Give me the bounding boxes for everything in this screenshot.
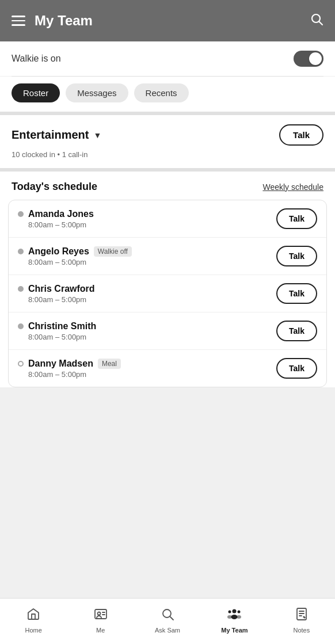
person-name-row: Chris Crawford — [18, 284, 95, 294]
weekly-schedule-link[interactable]: Weekly schedule — [262, 182, 323, 192]
person-name: Christine Smith — [28, 321, 96, 331]
person-info: Danny Madsen Meal 8:00am – 5:00pm — [18, 359, 121, 379]
person-name-row: Christine Smith — [18, 321, 96, 331]
nav-label-home: Home — [25, 627, 42, 634]
walkie-off-badge: Walkie off — [94, 246, 132, 257]
status-dot-filled — [18, 211, 24, 217]
nav-item-my-team[interactable]: My Team — [201, 607, 268, 634]
tab-roster[interactable]: Roster — [12, 83, 60, 102]
svg-point-11 — [227, 615, 232, 619]
schedule-title: Today's schedule — [12, 181, 97, 193]
nav-label-ask-sam: Ask Sam — [155, 627, 180, 634]
schedule-card: Amanda Jones 8:00am – 5:00pm Talk Angelo… — [8, 200, 327, 387]
meal-badge: Meal — [98, 359, 121, 369]
group-icon — [227, 607, 242, 624]
content-area: Walkie is on Roster Messages Recents Ent… — [0, 41, 335, 644]
person-name-row: Amanda Jones — [18, 209, 94, 219]
svg-point-10 — [229, 610, 231, 613]
table-row: Danny Madsen Meal 8:00am – 5:00pm Talk — [9, 350, 326, 387]
department-section: Entertainment ▼ Talk 10 clocked in • 1 c… — [0, 115, 335, 168]
person-info: Chris Crawford 8:00am – 5:00pm — [18, 284, 95, 304]
table-row: Chris Crawford 8:00am – 5:00pm Talk — [9, 275, 326, 313]
nav-label-me: Me — [96, 627, 105, 634]
schedule-section: Today's schedule Weekly schedule Amanda … — [0, 172, 335, 387]
tab-messages[interactable]: Messages — [66, 83, 128, 102]
department-title-group: Entertainment ▼ — [12, 128, 101, 142]
notes-icon — [295, 607, 309, 624]
walkie-toggle[interactable] — [294, 51, 323, 67]
svg-point-9 — [231, 615, 238, 619]
person-name-row: Danny Madsen Meal — [18, 359, 121, 369]
svg-point-3 — [97, 612, 100, 615]
svg-line-1 — [319, 22, 323, 25]
person-time: 8:00am – 5:00pm — [28, 258, 132, 266]
person-info: Angelo Reyes Walkie off 8:00am – 5:00pm — [18, 246, 132, 266]
talk-button-christine[interactable]: Talk — [276, 321, 317, 341]
nav-item-ask-sam[interactable]: Ask Sam — [134, 607, 201, 634]
home-icon — [26, 607, 40, 624]
svg-point-8 — [233, 609, 237, 613]
header-left: My Team — [12, 13, 93, 29]
tab-bar: Roster Messages Recents — [0, 77, 335, 112]
walkie-status-label: Walkie is on — [12, 54, 61, 64]
nav-label-my-team: My Team — [221, 627, 248, 634]
nav-label-notes: Notes — [293, 627, 310, 634]
person-card-icon — [94, 607, 108, 624]
nav-item-home[interactable]: Home — [0, 607, 67, 634]
table-row: Angelo Reyes Walkie off 8:00am – 5:00pm … — [9, 238, 326, 275]
status-dot-filled — [18, 323, 24, 329]
person-name: Danny Madsen — [28, 359, 93, 369]
person-info: Christine Smith 8:00am – 5:00pm — [18, 321, 96, 341]
person-name: Angelo Reyes — [28, 246, 89, 257]
talk-button-danny[interactable]: Talk — [276, 358, 317, 379]
department-stats: 10 clocked in • 1 call-in — [0, 150, 335, 168]
walkie-bar: Walkie is on — [0, 41, 335, 76]
department-talk-button[interactable]: Talk — [279, 124, 323, 146]
ask-sam-search-icon — [161, 607, 174, 624]
chevron-down-icon[interactable]: ▼ — [93, 131, 101, 140]
person-name: Amanda Jones — [28, 209, 94, 219]
svg-point-13 — [237, 615, 241, 619]
person-time: 8:00am – 5:00pm — [28, 333, 96, 341]
person-info: Amanda Jones 8:00am – 5:00pm — [18, 209, 94, 229]
talk-button-chris[interactable]: Talk — [276, 283, 317, 304]
person-time: 8:00am – 5:00pm — [28, 220, 94, 229]
hamburger-menu-icon[interactable] — [12, 16, 25, 26]
schedule-header: Today's schedule Weekly schedule — [0, 172, 335, 200]
nav-item-notes[interactable]: Notes — [268, 607, 335, 634]
person-name: Chris Crawford — [28, 284, 95, 294]
svg-point-12 — [238, 610, 241, 613]
table-row: Amanda Jones 8:00am – 5:00pm Talk — [9, 200, 326, 238]
person-time: 8:00am – 5:00pm — [28, 370, 121, 379]
talk-button-angelo[interactable]: Talk — [276, 246, 317, 266]
bottom-navigation: Home Me Ask Sam — [0, 598, 335, 644]
table-row: Christine Smith 8:00am – 5:00pm Talk — [9, 313, 326, 350]
person-time: 8:00am – 5:00pm — [28, 295, 95, 304]
page-title: My Team — [35, 13, 93, 29]
person-name-row: Angelo Reyes Walkie off — [18, 246, 132, 257]
status-dot-filled — [18, 286, 24, 292]
app-header: My Team — [0, 0, 335, 41]
department-name: Entertainment — [12, 128, 89, 142]
nav-item-me[interactable]: Me — [67, 607, 134, 634]
department-header: Entertainment ▼ Talk — [0, 115, 335, 150]
tab-recents[interactable]: Recents — [134, 83, 189, 102]
status-dot-empty — [18, 361, 24, 367]
talk-button-amanda[interactable]: Talk — [276, 208, 317, 229]
svg-line-7 — [170, 616, 174, 620]
status-dot-filled — [18, 249, 24, 254]
search-icon[interactable] — [310, 12, 323, 29]
